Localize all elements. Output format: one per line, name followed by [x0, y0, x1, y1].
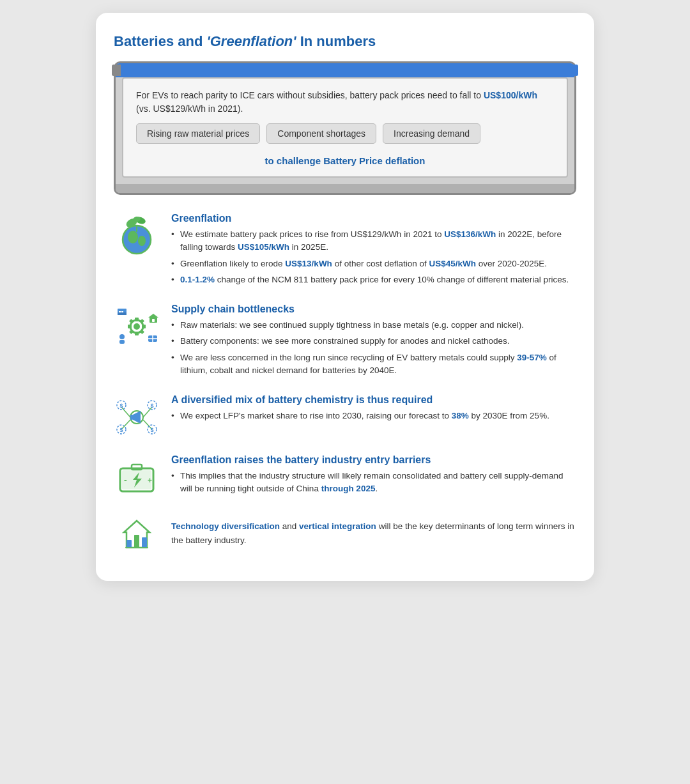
section-supply-chain: Supply chain bottlenecks Raw materials: …	[114, 304, 576, 380]
svg-point-1	[128, 231, 138, 243]
entry-barriers-title: Greenflation raises the battery industry…	[171, 454, 576, 466]
svg-text:$: $	[150, 403, 153, 409]
chemistry-icon: $ $ $ $	[114, 394, 160, 440]
svg-rect-10	[135, 318, 139, 321]
svg-text:$: $	[119, 403, 123, 409]
vertical-integration-label: vertical integration	[299, 521, 376, 531]
tag-rising-prices: Rising raw material prices	[136, 123, 260, 144]
section-greenflation: Greenflation We estimate battery pack pr…	[114, 213, 576, 289]
title-part3: In numbers	[296, 33, 376, 49]
entry-barriers-list: This implies that the industry structure…	[171, 470, 576, 496]
svg-text:+: +	[148, 476, 152, 485]
battery-footer-text: to challenge Battery Price deflation	[136, 151, 554, 169]
greenflation-body: Greenflation We estimate battery pack pr…	[171, 213, 576, 289]
battery-terminal-right	[569, 65, 578, 76]
title-part1: Batteries and	[114, 33, 207, 49]
greenflation-bullet-3: 0.1-1.2% change of the NCM 811 battery p…	[171, 273, 576, 286]
chemistry-body: A diversified mix of battery chemistry i…	[171, 394, 576, 426]
greenflation-bullet-2: Greenflation likely to erode US$13/kWh o…	[171, 257, 576, 270]
supply-chain-list: Raw materials: we see continued supply t…	[171, 319, 576, 377]
svg-rect-23	[119, 340, 125, 344]
svg-rect-21	[118, 312, 126, 315]
entry-barriers-icon: - +	[114, 454, 160, 500]
supply-chain-bullet-2: Battery components: we see more constrai…	[171, 335, 576, 348]
chemistry-bullet-1: We expect LFP's market share to rise int…	[171, 410, 576, 422]
svg-marker-24	[148, 314, 158, 318]
battery-outer: For EVs to reach parity to ICE cars with…	[114, 61, 576, 195]
svg-rect-53	[134, 535, 139, 548]
tag-increasing-demand: Increasing demand	[383, 123, 480, 144]
section-chemistry: $ $ $ $ A diversified mix of battery che…	[114, 394, 576, 440]
battery-price-highlight: US$100/kWh	[484, 90, 537, 100]
battery-terminal-left	[112, 65, 121, 76]
svg-rect-26	[152, 319, 155, 322]
section-entry-barriers: - + Greenflation raises the battery indu…	[114, 454, 576, 500]
tech-diversification-label: Technology diversification	[171, 521, 280, 531]
svg-point-9	[134, 323, 140, 330]
svg-rect-12	[128, 325, 132, 328]
entry-barriers-body: Greenflation raises the battery industry…	[171, 454, 576, 499]
main-card: Batteries and 'Greenflation' In numbers …	[96, 13, 594, 581]
battery-intro-text: For EVs to reach parity to ICE cars with…	[136, 89, 554, 116]
battery-top-bar	[116, 63, 574, 77]
greenflation-icon	[114, 213, 160, 259]
svg-rect-11	[135, 332, 139, 335]
page-title: Batteries and 'Greenflation' In numbers	[114, 33, 576, 50]
section-tech-diversification: Technology diversification and vertical …	[114, 514, 576, 560]
supply-chain-bullet-1: Raw materials: we see continued supply t…	[171, 319, 576, 332]
tag-component-shortages: Component shortages	[266, 123, 376, 144]
svg-rect-46	[132, 465, 142, 470]
battery-bottom-bar	[116, 184, 574, 193]
supply-chain-bullet-3: We are less concerned in the long run si…	[171, 351, 576, 378]
greenflation-bullet-1: We estimate battery pack prices to rise …	[171, 228, 576, 254]
svg-marker-31	[133, 411, 141, 424]
entry-barriers-bullet-1: This implies that the industry structure…	[171, 470, 576, 496]
svg-rect-54	[142, 537, 147, 548]
supply-chain-body: Supply chain bottlenecks Raw materials: …	[171, 304, 576, 380]
chemistry-title: A diversified mix of battery chemistry i…	[171, 394, 576, 406]
svg-text:-: -	[124, 475, 127, 485]
svg-point-2	[138, 236, 146, 246]
battery-illustration: For EVs to reach parity to ICE cars with…	[114, 61, 576, 195]
greenflation-title: Greenflation	[171, 213, 576, 224]
svg-text:$: $	[150, 427, 153, 433]
svg-rect-13	[142, 325, 146, 328]
svg-point-22	[119, 334, 125, 339]
supply-chain-icon	[114, 304, 160, 350]
battery-content: For EVs to reach parity to ICE cars with…	[122, 77, 568, 178]
battery-tags: Rising raw material prices Component sho…	[136, 123, 554, 144]
svg-text:$: $	[119, 427, 123, 433]
supply-chain-title: Supply chain bottlenecks	[171, 304, 576, 315]
tech-icon	[114, 514, 160, 560]
svg-rect-32	[130, 415, 133, 420]
svg-rect-52	[126, 540, 132, 548]
tech-and: and	[282, 521, 299, 531]
tech-diversification-body: Technology diversification and vertical …	[171, 514, 576, 547]
chemistry-list: We expect LFP's market share to rise int…	[171, 410, 576, 422]
title-greenflation: 'Greenflation'	[207, 33, 296, 49]
greenflation-list: We estimate battery pack prices to rise …	[171, 228, 576, 286]
